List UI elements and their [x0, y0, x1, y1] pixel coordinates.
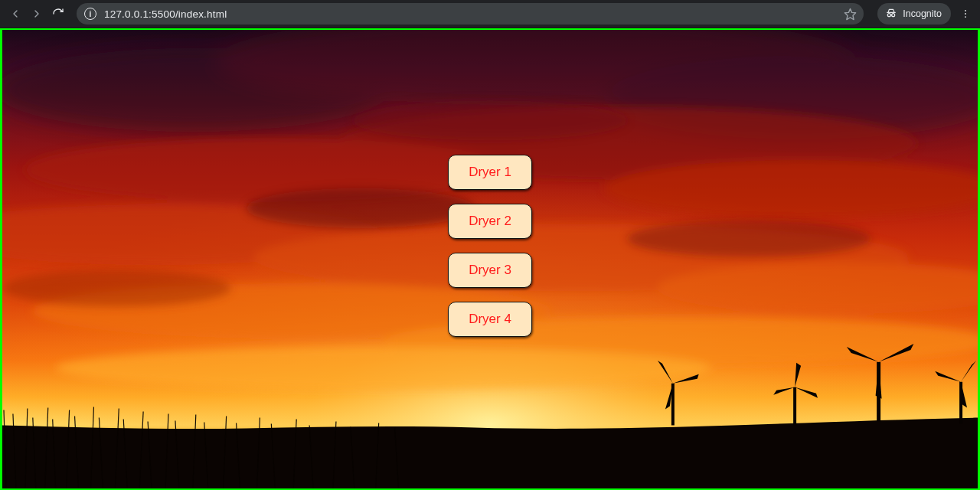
- dryer-button-stack: Dryer 1 Dryer 2 Dryer 3 Dryer 4: [448, 155, 532, 337]
- svg-point-20: [247, 188, 475, 228]
- url-text: 127.0.0.1:5500/index.html: [104, 8, 841, 20]
- browser-toolbar: i 127.0.0.1:5500/index.html Incognito: [0, 0, 980, 28]
- svg-point-4: [965, 13, 966, 15]
- page-viewport: Dryer 1 Dryer 2 Dryer 3 Dryer 4: [0, 28, 980, 490]
- dryer-2-button[interactable]: Dryer 2: [448, 204, 532, 239]
- address-bar[interactable]: i 127.0.0.1:5500/index.html: [77, 3, 864, 24]
- svg-point-19: [56, 347, 711, 390]
- svg-point-21: [353, 100, 627, 140]
- svg-marker-0: [844, 8, 855, 19]
- bookmark-star-icon[interactable]: [841, 5, 859, 23]
- incognito-indicator[interactable]: Incognito: [877, 3, 951, 24]
- forward-button[interactable]: [26, 3, 47, 24]
- incognito-label: Incognito: [903, 8, 942, 19]
- reload-button[interactable]: [47, 3, 69, 24]
- svg-rect-53: [793, 387, 796, 426]
- svg-point-3: [965, 10, 966, 11]
- back-button[interactable]: [5, 3, 26, 24]
- browser-menu-button[interactable]: [956, 3, 975, 24]
- svg-point-5: [965, 16, 966, 18]
- svg-point-23: [2, 270, 231, 306]
- dryer-4-button[interactable]: Dryer 4: [448, 302, 532, 337]
- incognito-icon: [885, 7, 897, 21]
- dryer-1-button[interactable]: Dryer 1: [448, 155, 532, 190]
- svg-point-12: [25, 138, 513, 202]
- dryer-3-button[interactable]: Dryer 3: [448, 253, 532, 288]
- svg-point-22: [627, 220, 871, 257]
- site-info-icon[interactable]: i: [84, 8, 96, 20]
